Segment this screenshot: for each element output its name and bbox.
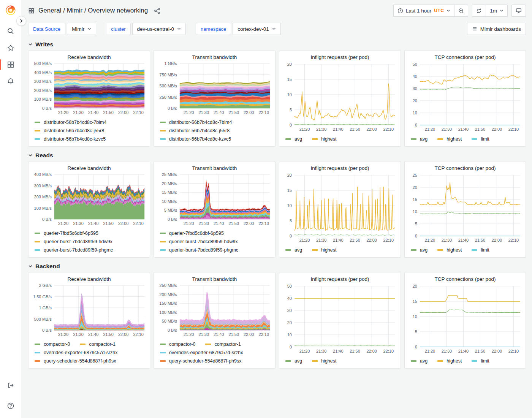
chevron-down-icon	[500, 9, 504, 13]
datasource-picker[interactable]: Mimir	[67, 23, 96, 35]
chart-svg: 2015105021:2021:3021:4021:5022:0022:10	[283, 61, 397, 133]
legend-item[interactable]: avg	[285, 357, 302, 365]
section-header-reads[interactable]: Reads	[28, 150, 526, 161]
section-header-backend[interactable]: Backend	[28, 261, 526, 272]
line-series-avg	[420, 310, 520, 313]
kiosk-mode-button[interactable]	[512, 5, 526, 16]
legend: distributor-56b7b4cd8c-7blm4distributor-…	[158, 117, 271, 143]
x-axis-tick: 21:40	[214, 332, 224, 337]
y-axis-tick: 20	[287, 62, 292, 66]
legend-item[interactable]: querier-burst-7bdcd89f59-hdw9x	[35, 238, 112, 246]
panel-title[interactable]: Receive bandwidth	[32, 54, 146, 60]
panel-title[interactable]: TCP connections (per pod)	[408, 165, 522, 172]
y-axis-tick: 750 MB/s	[160, 73, 177, 77]
panel-row-writes: Receive bandwidth500 MB/s400 MB/s300 MB/…	[28, 50, 526, 147]
panel-title[interactable]: Inflight requests (per pod)	[283, 54, 397, 61]
legend-swatch	[205, 344, 211, 345]
sidebar-expand-button[interactable]	[16, 16, 26, 26]
legend-item[interactable]: avg	[285, 135, 302, 143]
legend-item[interactable]: overrides-exporter-6879c57d-srzhx	[35, 348, 118, 357]
legend-swatch	[312, 249, 318, 251]
y-axis-tick: 15	[413, 197, 417, 202]
legend-item[interactable]: highest	[312, 135, 336, 143]
sidebar-item-alerting[interactable]	[0, 73, 21, 90]
share-icon[interactable]	[154, 8, 160, 14]
sidebar-item-help[interactable]	[0, 397, 21, 414]
refresh-interval-picker[interactable]: 1m	[486, 5, 507, 16]
breadcrumb[interactable]: General / Mimir / Overview networking	[28, 7, 160, 14]
legend-item[interactable]: avg	[285, 246, 302, 254]
legend-item[interactable]: limit	[472, 357, 489, 365]
legend-item[interactable]: distributor-56b7b4cd8c-kzvc5	[35, 135, 106, 143]
panel-title[interactable]: TCP connections (per pod)	[408, 276, 522, 283]
datasource-label[interactable]: Data Source	[28, 23, 65, 35]
y-axis-tick: 1.50 GB/s	[33, 294, 52, 299]
legend-item[interactable]: compactor-1	[80, 340, 115, 348]
legend-item[interactable]: compactor-0	[160, 340, 195, 348]
sidebar-item-sign-in[interactable]	[0, 377, 21, 394]
legend-item[interactable]: distributor-56b7b4cd8c-j55r8	[35, 127, 104, 135]
refresh-button[interactable]	[472, 5, 486, 16]
panel-title[interactable]: Transmit bandwidth	[158, 276, 271, 282]
panel-title[interactable]: Inflight requests (per pod)	[283, 165, 397, 172]
sidebar-item-search[interactable]	[0, 23, 21, 40]
panel-title[interactable]: Transmit bandwidth	[158, 54, 271, 60]
namespace-picker[interactable]: cortex-dev-01	[233, 23, 281, 35]
legend-item[interactable]: limit	[472, 246, 489, 254]
panel-backend-transmit-bandwidth: Transmit bandwidth250 MB/s200 MB/s150 MB…	[154, 272, 276, 369]
mimir-dashboards-button[interactable]: Mimir dashboards	[467, 23, 526, 35]
legend-item[interactable]: querier-7fbd5c6dbf-6p595	[35, 229, 98, 238]
grafana-logo[interactable]	[5, 5, 16, 16]
panel-title[interactable]: Receive bandwidth	[32, 276, 146, 282]
legend-item[interactable]: distributor-56b7b4cd8c-7blm4	[35, 118, 106, 127]
x-axis-tick: 22:00	[244, 221, 254, 226]
legend: avghighest	[283, 245, 397, 254]
panel-title[interactable]: Inflight requests (per pod)	[283, 276, 397, 283]
legend-item[interactable]: distributor-56b7b4cd8c-7blm4	[160, 118, 232, 127]
search-icon	[7, 27, 14, 35]
namespace-label[interactable]: namespace	[196, 23, 231, 35]
legend-item[interactable]: query-scheduler-554d8687f-ph9sx	[35, 357, 116, 365]
sidebar-item-dashboards[interactable]	[0, 56, 21, 73]
y-axis-tick: 150 MB/s	[160, 301, 177, 306]
zoom-out-button[interactable]	[454, 5, 468, 16]
y-axis-tick: 400 MB/s	[34, 70, 52, 75]
legend-item[interactable]: overrides-exporter-6879c57d-srzhx	[160, 348, 243, 357]
y-axis-tick: 25	[413, 173, 417, 177]
legend-item[interactable]: querier-burst-7bdcd89f59-phgmc	[35, 246, 113, 254]
legend-item[interactable]: avg	[411, 357, 428, 365]
chart-canvas: 2015105021:2021:3021:4021:5022:0022:10	[283, 61, 397, 134]
legend-item[interactable]: distributor-56b7b4cd8c-j55r8	[160, 127, 230, 135]
legend-item[interactable]: querier-burst-7bdcd89f59-phgmc	[160, 246, 238, 254]
cluster-label[interactable]: cluster	[106, 23, 130, 35]
y-axis-tick: 15	[287, 77, 292, 82]
sidebar-item-favorites[interactable]	[0, 40, 21, 56]
legend-item[interactable]: limit	[472, 135, 489, 143]
legend-item[interactable]: avg	[411, 135, 428, 143]
x-axis-tick: 21:30	[73, 110, 84, 115]
legend-item[interactable]: highest	[437, 246, 462, 254]
legend-item[interactable]: query-scheduler-554d8687f-ph9sx	[160, 357, 241, 365]
time-range-picker[interactable]: Last 1 hour UTC	[394, 5, 454, 16]
x-axis-tick: 21:20	[58, 332, 69, 337]
legend-item[interactable]: highest	[312, 246, 336, 254]
legend-item[interactable]: highest	[437, 357, 462, 365]
legend-item[interactable]: highest	[437, 135, 462, 143]
chart-svg: 5040302010021:2021:3021:4021:5022:0022:1…	[283, 283, 397, 355]
legend-item[interactable]: distributor-56b7b4cd8c-kzvc5	[160, 135, 231, 143]
legend-item[interactable]: highest	[312, 357, 336, 365]
x-axis-tick: 21:20	[299, 127, 310, 131]
panel-title[interactable]: TCP connections (per pod)	[408, 54, 522, 61]
panel-title[interactable]: Receive bandwidth	[32, 165, 146, 171]
legend-swatch	[285, 360, 291, 362]
section-header-writes[interactable]: Writes	[28, 39, 526, 50]
legend-item[interactable]: querier-burst-7bdcd89f59-hdw9x	[160, 238, 238, 246]
panel-title[interactable]: Transmit bandwidth	[158, 165, 271, 171]
cluster-picker[interactable]: dev-us-central-0	[132, 23, 186, 35]
legend-item[interactable]: querier-7fbd5c6dbf-6p595	[160, 229, 224, 238]
legend-item[interactable]: compactor-0	[35, 340, 70, 348]
chevron-down-icon	[272, 27, 276, 31]
legend-swatch	[160, 138, 166, 140]
legend-item[interactable]: compactor-1	[205, 340, 241, 348]
legend-item[interactable]: avg	[411, 246, 428, 254]
